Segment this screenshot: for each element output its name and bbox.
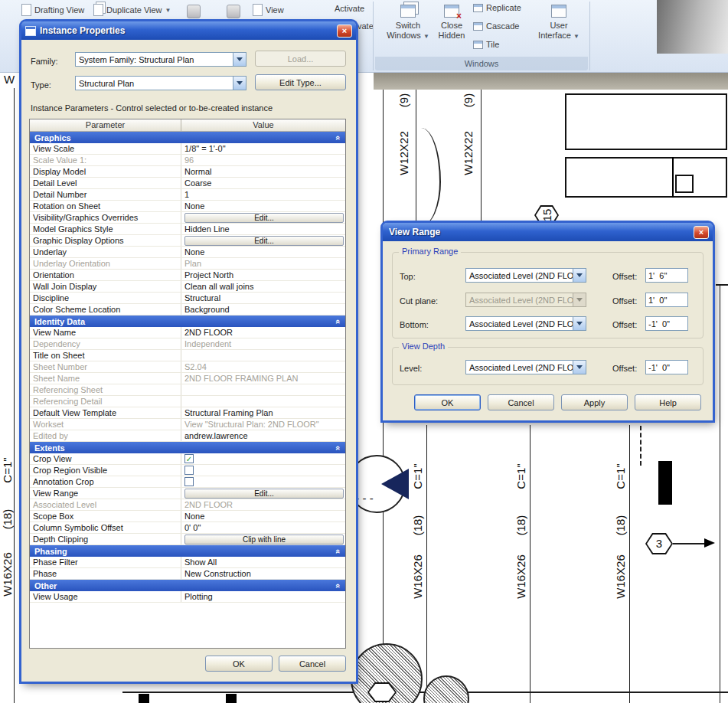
bottom-offset-input[interactable] [645,316,688,331]
edit-type-button[interactable]: Edit Type... [255,74,346,90]
close-button[interactable]: × [694,226,709,239]
chevron-down-icon[interactable] [573,361,586,374]
user-interface-button[interactable]: User Interface ▼ [536,5,582,41]
apply-button[interactable]: Apply [561,394,628,410]
help-button[interactable]: Help [635,394,701,410]
parameter-value[interactable]: 96 [181,155,345,165]
depth-offset-input[interactable] [645,360,688,374]
chevron-down-icon[interactable] [233,53,246,66]
chevron-down-icon[interactable] [233,77,246,90]
parameter-value[interactable] [181,350,345,361]
parameter-value[interactable]: View "Structural Plan: 2ND FLOOR" [181,419,345,430]
ribbon-separator [373,2,374,70]
parameter-value[interactable]: Plan [181,258,345,269]
collapse-chevron-icon[interactable]: « [334,583,343,587]
chevron-down-icon[interactable] [573,317,586,330]
parameter-value[interactable]: Hidden Line [181,224,345,234]
column-header-parameter[interactable]: Parameter [30,119,181,132]
value-checkbox[interactable]: ✓ [184,454,194,463]
view-range-titlebar[interactable]: View Range × [383,223,713,241]
parameter-value[interactable]: Plotting [181,591,345,602]
parameter-value[interactable]: New Construction [181,568,345,579]
cancel-button[interactable]: Cancel [488,394,554,410]
parameter-value[interactable]: Clean all wall joins [181,281,345,292]
chevron-down-icon[interactable] [573,269,586,282]
parameter-value[interactable]: 2ND FLOOR [181,499,345,510]
ok-button[interactable]: OK [205,656,273,672]
activate-button[interactable]: Activate [335,4,364,13]
duplicate-view-button[interactable]: Duplicate View ▼ [93,4,171,16]
parameter-value[interactable]: None [181,247,345,257]
parameter-value[interactable]: S2.04 [181,361,345,372]
top-level-combo[interactable]: Associated Level (2ND FLOO [465,268,586,283]
close-hidden-button[interactable]: × Close Hidden [433,5,470,41]
value-edit-button[interactable]: Edit... [184,213,344,223]
parameter-value[interactable]: Independent [181,338,345,349]
parameter-value[interactable]: Structural [181,293,345,303]
collapse-chevron-icon[interactable]: « [334,135,343,139]
section-header-other[interactable]: Other« [30,580,345,591]
parameter-value[interactable]: None [181,511,345,522]
parameter-row: Crop View✓ [30,453,345,465]
cut-plane-offset-input[interactable] [645,293,688,307]
instance-properties-dialog: Instance Properties × Family: System Fam… [21,21,356,682]
cascade-button[interactable]: Cascade [473,21,519,31]
drawing-line [716,284,728,286]
windows-panel-label: Windows [375,57,588,70]
parameter-value[interactable]: 0' 0" [181,522,345,533]
drawing-annotation: C=1" [411,463,424,489]
parameter-value[interactable]: Background [181,304,345,315]
parameter-value[interactable]: 1 [181,189,345,200]
collapse-chevron-icon[interactable]: « [334,548,343,553]
drawing-annotation: (9) [462,93,475,107]
parameter-value[interactable]: andrew.lawrence [181,430,345,441]
deactivate-button-partial[interactable]: vate [357,21,374,31]
tool-button[interactable] [187,5,201,18]
value-edit-button[interactable]: Edit... [184,489,344,499]
value-edit-button[interactable]: Edit... [184,236,344,246]
cancel-button[interactable]: Cancel [279,656,346,672]
parameter-value[interactable]: 2ND FLOOR [181,327,345,338]
value-checkbox[interactable] [184,466,194,475]
parameter-value[interactable]: 2ND FLOOR FRAMING PLAN [181,373,345,384]
close-button[interactable]: × [337,25,352,38]
parameter-value[interactable]: None [181,201,345,211]
depth-level-combo[interactable]: Associated Level (2ND FLOO [465,360,586,374]
value-checkbox[interactable] [184,477,194,486]
instance-properties-titlebar[interactable]: Instance Properties × [21,21,356,40]
switch-windows-button[interactable]: Switch Windows ▼ [387,5,429,41]
section-header-extents[interactable]: Extents« [30,442,345,453]
parameter-value[interactable]: Project North [181,270,345,280]
view-button[interactable]: View [253,4,284,16]
cut-plane-level-combo: Associated Level (2ND FLOO [465,293,586,307]
section-header-identity-data[interactable]: Identity Data« [30,316,345,327]
family-combo[interactable]: System Family: Structural Plan [75,52,246,67]
replicate-button[interactable]: Replicate [473,3,521,12]
parameter-value[interactable] [181,384,345,395]
parameter-row: Sheet NumberS2.04 [30,361,345,373]
parameter-value[interactable]: Show All [181,557,345,567]
collapse-chevron-icon[interactable]: « [334,445,343,450]
parameter-value[interactable]: Structural Framing Plan [181,407,345,418]
column-header-value[interactable]: Value [181,119,345,132]
parameter-value[interactable]: Coarse [181,178,345,188]
section-header-graphics[interactable]: Graphics« [30,132,345,143]
parameter-row: Visibility/Graphics OverridesEdit... [30,212,345,224]
parameter-name: Discipline [30,293,181,303]
parameter-value[interactable] [181,396,345,407]
tile-button[interactable]: Tile [473,40,499,49]
value-edit-button[interactable]: Clip with line [184,535,344,544]
parameter-value[interactable]: 1/8" = 1'-0" [181,143,345,154]
collapse-chevron-icon[interactable]: « [334,319,343,323]
bottom-level-combo[interactable]: Associated Level (2ND FLOO [465,316,586,331]
parameter-value[interactable]: Normal [181,166,345,177]
drawing-annotation: (18) [1,509,14,530]
load-button[interactable]: Load... [255,51,346,67]
section-header-phasing[interactable]: Phasing« [30,545,345,557]
type-combo[interactable]: Structural Plan [75,76,246,90]
drafting-view-button[interactable]: Drafting View [21,4,84,16]
ok-button[interactable]: OK [414,394,481,410]
top-offset-input[interactable] [645,268,688,283]
framing-bay [565,157,727,198]
tool-button-2[interactable] [227,5,240,18]
